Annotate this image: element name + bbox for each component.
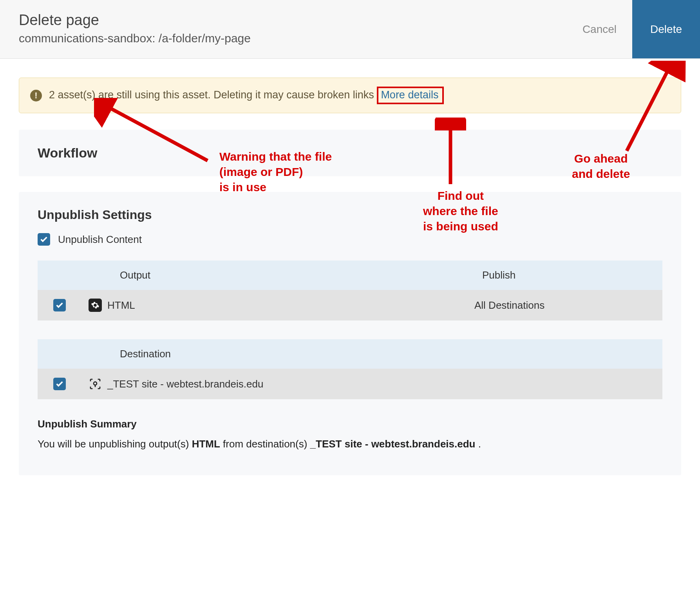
unpublish-content-row: Unpublish Content <box>38 233 662 246</box>
workflow-title: Workflow <box>38 145 662 161</box>
summary-mid: from destination(s) <box>220 438 310 450</box>
unpublish-summary-title: Unpublish Summary <box>38 418 662 430</box>
header-actions: Cancel Delete <box>567 0 700 58</box>
output-row-label: HTML <box>107 299 135 311</box>
destination-table-header: Destination <box>38 339 662 369</box>
unpublish-summary-text: You will be unpublishing output(s) HTML … <box>38 436 662 452</box>
output-table-header: Output Publish <box>38 261 662 290</box>
page-title: Delete page <box>19 12 567 29</box>
warning-banner: ! 2 asset(s) are still using this asset.… <box>19 78 681 113</box>
check-icon <box>55 380 64 388</box>
output-table: Output Publish HTML All Destinations <box>38 261 662 320</box>
header-titles: Delete page communications-sandbox: /a-f… <box>19 0 567 58</box>
destination-header: Destination <box>81 348 474 360</box>
destination-icon <box>89 377 102 391</box>
warning-icon: ! <box>30 90 42 101</box>
workflow-panel: Workflow <box>19 130 681 176</box>
warning-text: 2 asset(s) are still using this asset. D… <box>49 89 374 101</box>
output-row-checkbox[interactable] <box>53 299 66 311</box>
page-subtitle: communications-sandbox: /a-folder/my-pag… <box>19 32 567 45</box>
output-row: HTML All Destinations <box>38 290 662 320</box>
unpublish-panel: Unpublish Settings Unpublish Content Out… <box>19 192 681 475</box>
destination-row-cell: _TEST site - webtest.brandeis.edu <box>81 377 474 391</box>
destination-table: Destination <box>38 339 662 399</box>
dialog-content: ! 2 asset(s) are still using this asset.… <box>0 59 700 510</box>
check-icon <box>40 235 48 244</box>
destination-row-label: _TEST site - webtest.brandeis.edu <box>107 378 263 390</box>
cancel-button[interactable]: Cancel <box>567 0 632 58</box>
output-row-check-col <box>38 299 81 311</box>
output-row-publish: All Destinations <box>474 299 662 311</box>
output-header-publish: Publish <box>474 269 662 281</box>
destination-row-check-col <box>38 378 81 390</box>
summary-output: HTML <box>192 438 220 450</box>
summary-suffix: . <box>475 438 481 450</box>
delete-button[interactable]: Delete <box>632 0 700 58</box>
unpublish-content-label: Unpublish Content <box>58 234 142 246</box>
warning-text-wrap: 2 asset(s) are still using this asset. D… <box>49 87 444 104</box>
output-row-output: HTML <box>81 299 474 312</box>
gear-icon <box>89 299 102 312</box>
summary-prefix: You will be unpublishing output(s) <box>38 438 192 450</box>
unpublish-content-checkbox[interactable] <box>38 233 50 246</box>
svg-point-0 <box>94 382 97 385</box>
destination-row-checkbox[interactable] <box>53 378 66 390</box>
summary-dest: _TEST site - webtest.brandeis.edu <box>310 438 476 450</box>
output-header-output: Output <box>81 269 474 281</box>
dialog-header: Delete page communications-sandbox: /a-f… <box>0 0 700 59</box>
destination-row: _TEST site - webtest.brandeis.edu <box>38 369 662 399</box>
more-details-link[interactable]: More details <box>377 87 444 104</box>
check-icon <box>55 301 64 310</box>
unpublish-title: Unpublish Settings <box>38 208 662 222</box>
